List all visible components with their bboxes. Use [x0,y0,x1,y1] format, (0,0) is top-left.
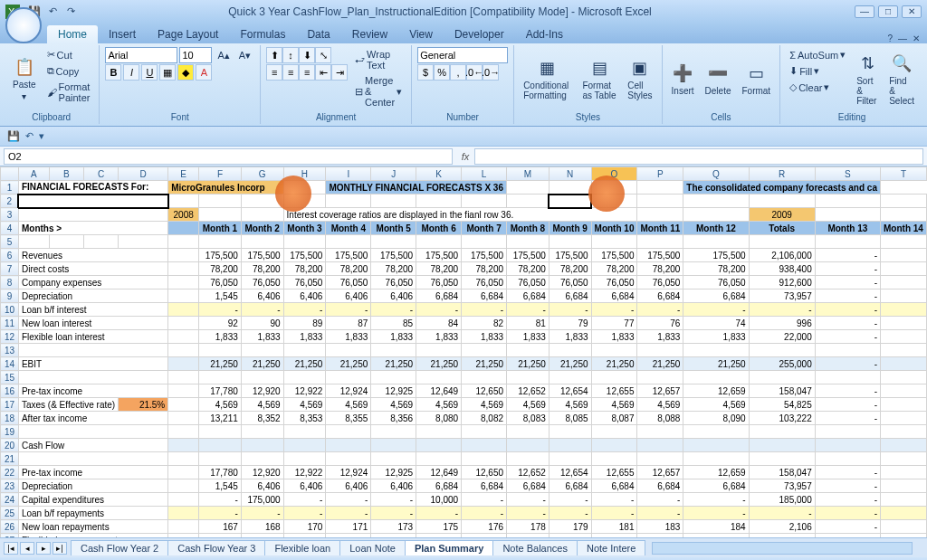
cell[interactable]: 12,925 [371,384,416,398]
cell[interactable] [241,344,283,357]
delete-cells-button[interactable]: ➖Delete [702,47,735,110]
cell[interactable] [199,439,242,452]
cell[interactable] [168,317,199,330]
cell[interactable] [199,425,242,439]
cell[interactable] [283,181,326,195]
cell[interactable] [749,425,815,439]
cell[interactable]: 6,684 [683,479,749,493]
cell[interactable]: 12,659 [683,466,749,479]
cell[interactable] [199,195,242,208]
cell[interactable]: 179 [549,520,591,534]
font-color-button[interactable]: A [196,64,212,81]
cell[interactable]: Month 7 [462,222,507,235]
find-select-button[interactable]: 🔍Find & Select [885,47,918,110]
cell[interactable] [591,235,637,249]
cell[interactable]: 184 [683,520,749,534]
cell[interactable] [168,357,199,371]
cell[interactable]: 175,500 [416,249,462,262]
ribbon-close-icon[interactable]: ✕ [913,33,920,43]
cell[interactable] [462,439,507,452]
percent-format-icon[interactable]: % [434,64,450,81]
row-header[interactable]: 16 [1,384,19,398]
cell[interactable]: 1,833 [199,330,242,344]
cell[interactable] [168,303,199,317]
grow-font-icon[interactable]: A▴ [214,48,233,63]
col-header[interactable]: J [371,167,416,181]
cell[interactable]: 4,569 [683,398,749,412]
cell[interactable]: 6,684 [591,479,637,493]
cell[interactable]: 12,924 [326,466,371,479]
cell[interactable]: - [241,303,283,317]
align-middle-icon[interactable]: ↕ [282,47,299,63]
cell[interactable]: Month 4 [326,222,371,235]
cell[interactable]: 173 [371,520,416,534]
cell[interactable] [880,235,926,249]
cell[interactable]: 1,833 [371,330,416,344]
minimize-button[interactable]: — [855,5,874,18]
cell[interactable]: 175,500 [462,249,507,262]
fx-icon[interactable]: fx [456,151,475,162]
cell[interactable] [168,276,199,289]
cell[interactable] [168,398,199,412]
cell[interactable] [416,235,462,249]
cell[interactable]: Cash Flow [18,439,167,452]
cell[interactable]: 6,406 [371,479,416,493]
cell[interactable]: 90 [241,317,283,330]
cell[interactable]: - [815,507,880,520]
cell[interactable]: 4,569 [283,398,326,412]
sort-filter-button[interactable]: ⇅Sort & Filter [853,47,882,110]
cell[interactable]: - [199,507,242,520]
cell[interactable]: 175,500 [683,249,749,262]
cell[interactable] [880,262,926,276]
cell[interactable] [168,222,199,235]
cell[interactable] [507,425,550,439]
cell[interactable]: EBIT [18,357,167,371]
cell[interactable] [815,208,880,222]
cell[interactable]: Month 5 [371,222,416,235]
cell[interactable]: - [283,493,326,507]
cell[interactable]: Month 1 [199,222,242,235]
italic-button[interactable]: I [123,64,139,81]
ribbon-help-icon[interactable]: ? [887,33,893,43]
cell[interactable]: - [199,303,242,317]
cell[interactable] [880,398,926,412]
row-header[interactable]: 2 [1,195,19,208]
cell[interactable]: 6,684 [637,479,683,493]
cell[interactable]: 12,654 [549,466,591,479]
cell[interactable] [683,452,749,466]
cell[interactable] [880,412,926,425]
cell[interactable]: 89 [283,317,326,330]
cell[interactable] [168,195,199,208]
cell[interactable] [199,452,242,466]
undo-icon[interactable]: ↶ [25,130,33,142]
cell[interactable]: 78,200 [637,262,683,276]
cell[interactable]: 8,353 [283,412,326,425]
row-header[interactable]: 24 [1,493,19,507]
cell[interactable]: - [507,534,550,538]
row-header[interactable]: 23 [1,479,19,493]
cell[interactable]: - [371,493,416,507]
cell[interactable]: 21,250 [241,357,283,371]
cell[interactable]: 78,200 [241,262,283,276]
cell[interactable]: - [507,507,550,520]
cell[interactable]: 77 [591,317,637,330]
cell[interactable] [591,439,637,452]
cell[interactable]: 255,000 [749,357,815,371]
cell[interactable]: 6,406 [241,479,283,493]
cell[interactable]: 73,957 [749,289,815,303]
number-format-select[interactable] [417,47,508,63]
autosum-button[interactable]: Σ AutoSum ▾ [786,47,849,62]
ribbon-tab-page-layout[interactable]: Page Layout [147,25,229,43]
worksheet-grid[interactable]: ABCDEFGHIJKLMNOPQRST1FINANCIAL FORECASTS… [0,166,927,537]
cell[interactable] [637,371,683,384]
cell[interactable]: 84 [416,317,462,330]
cell[interactable]: 21,250 [637,357,683,371]
cell[interactable]: 73,957 [749,479,815,493]
comma-format-icon[interactable]: , [450,64,466,81]
cell[interactable]: Company expenses [18,276,167,289]
cell[interactable]: - [591,493,637,507]
cell[interactable] [462,235,507,249]
cell[interactable] [507,195,550,208]
cell[interactable]: Month 12 [683,222,749,235]
cell[interactable]: 78,200 [683,262,749,276]
